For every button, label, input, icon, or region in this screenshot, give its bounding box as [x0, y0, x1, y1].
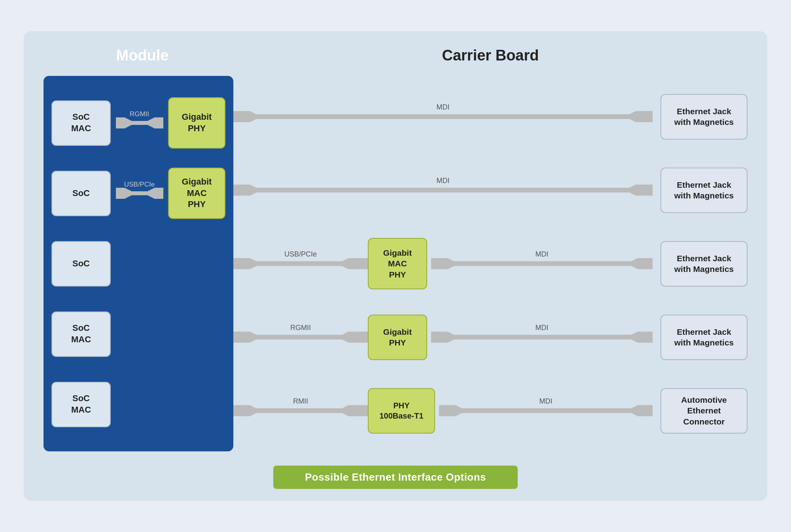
carrier-row-3: USB/PCIe GigabitMAC	[233, 233, 747, 294]
mdi-arrow-3	[431, 258, 653, 269]
module-row-3: SoC	[51, 233, 225, 294]
module-arrow-1: RGMII	[111, 117, 168, 128]
gigabit-phy-node-1: GigabitPHY	[168, 97, 225, 149]
module-row-5: SoCMAC	[51, 374, 225, 435]
module-row-1: SoCMAC RGMII	[51, 92, 225, 154]
rgmii-arrow-4	[233, 332, 368, 343]
bottom-label: Possible Ethernet Interface Options	[273, 466, 518, 489]
mdi-arrow-1	[233, 111, 653, 122]
soc-node-3: SoC	[51, 241, 111, 287]
gigabit-mac-phy-node-2: GigabitMACPHY	[168, 168, 225, 219]
ethernet-jack-3: Ethernet Jackwith Magnetics	[660, 241, 747, 287]
carrier-title: Carrier Board	[233, 47, 747, 64]
arrow-svg-2	[116, 188, 163, 199]
gigabit-mac-phy-carrier-3: GigabitMACPHY	[368, 238, 427, 289]
module-row-4: SoCMAC	[51, 304, 225, 365]
ethernet-jack-1: Ethernet Jackwith Magnetics	[660, 94, 747, 140]
mdi-arrow-5	[439, 405, 653, 416]
arrow-svg-1	[116, 117, 163, 128]
rmii-arrow-5	[233, 405, 368, 416]
module-box: SoCMAC RGMII	[44, 76, 233, 451]
carrier-row-4: RGMII GigabitPHY	[233, 307, 747, 368]
soc-mac-node-4: SoCMAC	[51, 311, 111, 357]
soc-node-2: SoC	[51, 171, 111, 216]
title-row: Module Carrier Board	[44, 47, 747, 64]
usb-pcie-arrow-3	[233, 258, 368, 269]
outer-container: Module Carrier Board SoCMAC RGMII	[24, 31, 767, 501]
carrier-row-1: MDI Ethernet Jackwith Magnet	[233, 86, 747, 147]
module-row-2: SoC USB/PCIe	[51, 163, 225, 224]
mdi-arrow-4	[431, 332, 653, 343]
ethernet-jack-4: Ethernet Jackwith Magnetics	[660, 315, 747, 360]
gigabit-phy-carrier-4: GigabitPHY	[368, 315, 427, 360]
module-title: Module	[44, 47, 233, 64]
bottom-label-row: Possible Ethernet Interface Options	[44, 466, 747, 489]
carrier-row-5: RMII PHY100Base-T1	[233, 380, 747, 441]
automotive-connector-5: AutomotiveEthernetConnector	[660, 388, 747, 434]
soc-mac-node-1: SoCMAC	[51, 100, 111, 146]
ethernet-jack-2: Ethernet Jackwith Magnetics	[660, 168, 747, 213]
mdi-arrow-2	[233, 185, 653, 196]
carrier-row-2: MDI Ethernet Jackwith Magnet	[233, 160, 747, 221]
soc-mac-node-5: SoCMAC	[51, 382, 111, 427]
phy-100base-t1-carrier-5: PHY100Base-T1	[368, 388, 435, 434]
module-arrow-2: USB/PCIe	[111, 188, 168, 199]
